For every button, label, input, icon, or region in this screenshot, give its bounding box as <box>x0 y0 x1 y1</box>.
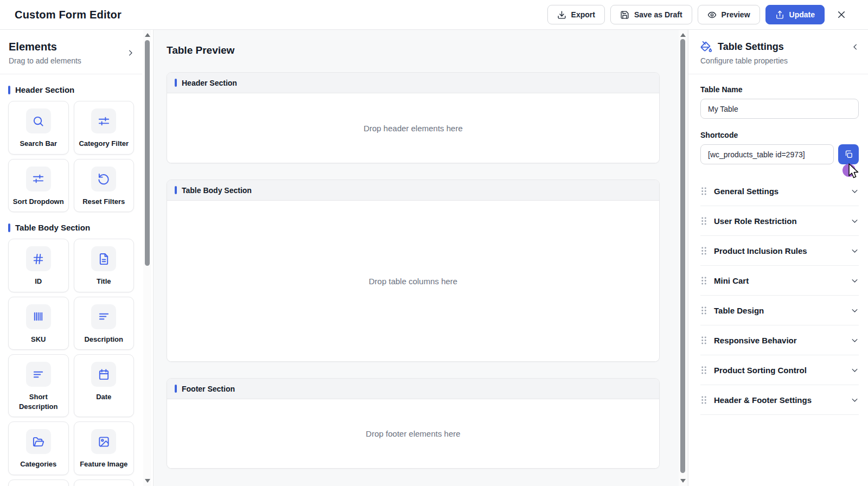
drag-handle-icon[interactable] <box>700 276 707 285</box>
scroll-down-arrow-icon[interactable] <box>145 479 150 483</box>
copy-shortcode-button[interactable] <box>838 144 859 164</box>
shortcode-label: Shortcode <box>700 131 859 139</box>
table-settings-panel: Table Settings Configure table propertie… <box>688 30 868 486</box>
folder-open-icon <box>26 429 51 454</box>
scroll-up-arrow-icon[interactable] <box>680 33 686 37</box>
scroll-down-arrow-icon[interactable] <box>680 479 686 483</box>
element-sort-dropdown[interactable]: Sort Dropdown <box>8 159 69 213</box>
settings-subtitle: Configure table properties <box>700 56 859 65</box>
drag-handle-icon[interactable] <box>700 306 707 315</box>
page-title: Custom Form Editor <box>15 9 122 21</box>
export-button[interactable]: Export <box>547 5 605 24</box>
upload-icon <box>775 10 784 20</box>
sidebar-collapse-button[interactable] <box>126 46 135 59</box>
scroll-up-arrow-icon[interactable] <box>145 33 150 37</box>
accordion-product-inclusion-rules[interactable]: Product Inclusion Rules <box>700 236 859 266</box>
table-name-label: Table Name <box>700 85 859 94</box>
chevron-down-icon <box>851 187 859 195</box>
section-label-table-body-section: Table Body Section <box>8 223 134 232</box>
accordion-general-settings[interactable]: General Settings <box>700 176 859 206</box>
table-preview-canvas: Table Preview Header Section Drop header… <box>154 30 688 486</box>
preview-title: Table Preview <box>167 44 660 56</box>
drag-handle-icon[interactable] <box>700 366 707 375</box>
settings-accordion: General Settings User Role Restriction P… <box>688 176 868 415</box>
eye-icon <box>707 10 717 20</box>
accordion-table-design[interactable]: Table Design <box>700 296 859 325</box>
drag-handle-icon[interactable] <box>700 216 707 226</box>
element-feature-image[interactable]: Feature Image <box>74 421 135 475</box>
chevron-left-icon <box>851 43 859 51</box>
element-short-description[interactable]: Short Description <box>8 354 69 417</box>
toolbar: Export Save as Draft Preview Update <box>547 5 846 24</box>
rotate-ccw-icon <box>91 167 116 191</box>
element-star[interactable] <box>8 479 69 486</box>
chevron-down-icon <box>851 396 859 404</box>
chevron-down-icon <box>851 336 859 344</box>
align-left-icon <box>26 362 51 387</box>
elements-title: Elements <box>9 41 126 53</box>
save-as-draft-button[interactable]: Save as Draft <box>610 5 692 24</box>
drag-handle-icon[interactable] <box>700 187 707 196</box>
accordion-mini-cart[interactable]: Mini Cart <box>700 266 859 296</box>
drop-placeholder: Drop table columns here <box>369 277 457 286</box>
preview-button-label: Preview <box>722 10 750 19</box>
chevron-down-icon <box>851 247 859 255</box>
element-id[interactable]: ID <box>8 239 69 292</box>
preview-button[interactable]: Preview <box>698 5 760 24</box>
sidebar-scrollbar[interactable] <box>143 30 151 486</box>
canvas-scrollbar[interactable] <box>679 30 687 486</box>
element-reset-filters[interactable]: Reset Filters <box>74 159 135 213</box>
shortcode-input[interactable] <box>700 144 834 164</box>
scrollbar-thumb[interactable] <box>145 40 150 266</box>
preview-header-section-title: Header Section <box>167 73 659 93</box>
save-icon <box>620 10 629 20</box>
drop-placeholder: Drop footer elements here <box>366 429 460 438</box>
settings-collapse-button[interactable] <box>851 43 859 51</box>
accent-bar <box>8 86 10 94</box>
section-label-header-section: Header Section <box>8 85 134 94</box>
chevron-down-icon <box>851 306 859 315</box>
element-categories[interactable]: Categories <box>8 421 69 475</box>
element-sku[interactable]: SKU <box>8 297 69 350</box>
image-icon <box>91 429 116 454</box>
preview-table-body-section: Table Body Section Drop table columns he… <box>167 180 660 362</box>
update-button[interactable]: Update <box>765 5 825 24</box>
update-button-label: Update <box>789 10 815 19</box>
paint-bucket-icon <box>700 41 712 53</box>
footer-drop-zone[interactable]: Drop footer elements here <box>167 399 659 468</box>
scrollbar-thumb[interactable] <box>680 39 685 473</box>
chevron-down-icon <box>851 277 859 285</box>
file-text-icon <box>91 246 116 271</box>
barcode-icon <box>26 304 51 329</box>
chevron-down-icon <box>851 366 859 374</box>
element-title[interactable]: Title <box>74 239 135 292</box>
elements-subtitle: Drag to add elements <box>9 56 126 65</box>
accordion-product-sorting-control[interactable]: Product Sorting Control <box>700 355 859 385</box>
calendar-icon <box>91 362 116 387</box>
drag-handle-icon[interactable] <box>700 395 707 405</box>
preview-table-body-section-title: Table Body Section <box>167 180 659 201</box>
element-category-filter[interactable]: Category Filter <box>74 101 135 155</box>
copy-icon <box>844 150 853 159</box>
drag-handle-icon[interactable] <box>700 246 707 255</box>
drag-handle-icon[interactable] <box>700 336 707 345</box>
close-button[interactable] <box>837 10 846 20</box>
save-as-draft-label: Save as Draft <box>634 10 682 19</box>
element-description[interactable]: Description <box>74 297 135 350</box>
elements-panel-header: Elements Drag to add elements <box>0 30 142 74</box>
table-body-drop-zone[interactable]: Drop table columns here <box>167 201 659 361</box>
sliders-icon <box>91 108 116 133</box>
accordion-responsive-behavior[interactable]: Responsive Behavior <box>700 325 859 355</box>
accent-bar <box>175 79 177 87</box>
search-icon <box>26 108 51 133</box>
download-icon <box>557 10 566 20</box>
align-left-icon <box>91 304 116 329</box>
accordion-header-footer-settings[interactable]: Header & Footer Settings <box>700 385 859 415</box>
element-date[interactable]: Date <box>74 354 135 417</box>
element-package[interactable] <box>74 479 135 486</box>
header-drop-zone[interactable]: Drop header elements here <box>167 93 659 163</box>
table-body-section-elements: ID Title SKU Description Short Descripti… <box>0 239 142 486</box>
accordion-user-role-restriction[interactable]: User Role Restriction <box>700 206 859 236</box>
element-search-bar[interactable]: Search Bar <box>8 101 69 155</box>
table-name-input[interactable] <box>700 99 859 119</box>
